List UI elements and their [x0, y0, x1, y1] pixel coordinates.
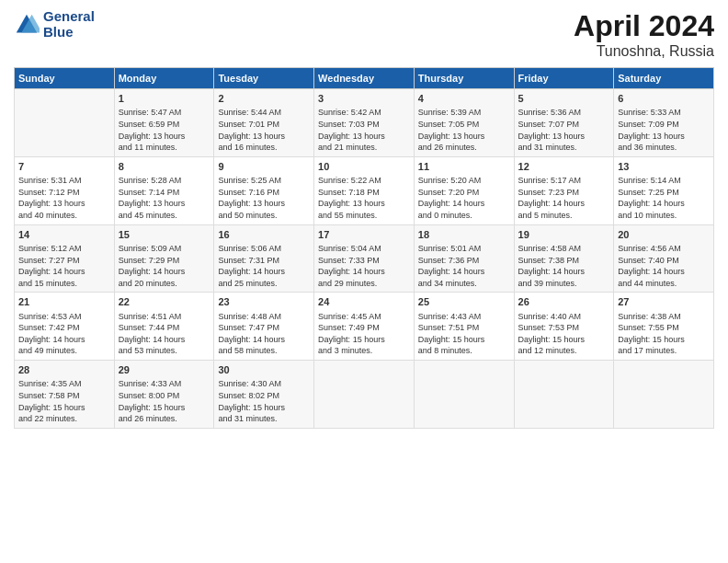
- logo-line2: Blue: [43, 25, 95, 40]
- calendar-cell: 5Sunrise: 5:36 AMSunset: 7:07 PMDaylight…: [514, 89, 614, 157]
- day-info-line: and 49 minutes.: [18, 345, 110, 357]
- calendar-cell: 2Sunrise: 5:44 AMSunset: 7:01 PMDaylight…: [214, 89, 314, 157]
- day-info-line: and 45 minutes.: [119, 210, 210, 222]
- day-info-line: Sunrise: 5:47 AM: [119, 107, 210, 119]
- day-info-line: and 50 minutes.: [218, 210, 310, 222]
- day-info-line: Sunset: 7:05 PM: [418, 119, 510, 131]
- day-number: 19: [518, 228, 610, 242]
- day-number: 18: [418, 228, 510, 242]
- day-info-line: and 11 minutes.: [119, 142, 210, 154]
- day-info-line: Sunrise: 4:38 AM: [618, 311, 710, 323]
- day-info-line: Sunrise: 5:39 AM: [418, 107, 510, 119]
- calendar-cell: 14Sunrise: 5:12 AMSunset: 7:27 PMDayligh…: [15, 224, 115, 293]
- day-info-line: and 31 minutes.: [218, 413, 310, 425]
- calendar-cell: 11Sunrise: 5:20 AMSunset: 7:20 PMDayligh…: [414, 156, 514, 224]
- day-info-line: Daylight: 13 hours: [218, 131, 310, 143]
- day-info-line: Sunset: 7:49 PM: [318, 322, 410, 334]
- day-info-line: Sunrise: 5:36 AM: [518, 107, 610, 119]
- day-info-line: Sunrise: 4:48 AM: [218, 311, 310, 323]
- calendar-cell: 13Sunrise: 5:14 AMSunset: 7:25 PMDayligh…: [614, 156, 714, 224]
- day-info-line: Daylight: 14 hours: [618, 266, 710, 278]
- day-info-line: and 29 minutes.: [318, 278, 410, 290]
- calendar-cell: [314, 361, 415, 429]
- column-header-friday: Friday: [514, 68, 614, 89]
- day-info-line: Sunrise: 5:20 AM: [418, 175, 510, 187]
- day-info-line: and 31 minutes.: [518, 142, 610, 154]
- day-info-line: Daylight: 14 hours: [418, 198, 510, 210]
- day-info-line: Daylight: 13 hours: [418, 131, 510, 143]
- day-info-line: Sunrise: 4:53 AM: [18, 311, 110, 323]
- day-info-line: Daylight: 13 hours: [119, 198, 210, 210]
- day-info-line: Daylight: 14 hours: [618, 198, 710, 210]
- day-info-line: Sunrise: 4:56 AM: [618, 243, 710, 255]
- day-info-line: and 55 minutes.: [318, 210, 410, 222]
- day-info-line: Daylight: 14 hours: [119, 266, 210, 278]
- column-headers: SundayMondayTuesdayWednesdayThursdayFrid…: [15, 68, 714, 89]
- day-info-line: Sunrise: 5:09 AM: [119, 243, 210, 255]
- day-info-line: Daylight: 15 hours: [18, 402, 110, 414]
- day-info-line: Daylight: 14 hours: [318, 266, 410, 278]
- day-info-line: and 40 minutes.: [18, 210, 110, 222]
- day-info-line: Sunrise: 5:33 AM: [618, 107, 710, 119]
- day-info-line: Daylight: 15 hours: [418, 334, 510, 346]
- day-info-line: Sunrise: 4:51 AM: [119, 311, 210, 323]
- day-info-line: Sunrise: 4:30 AM: [218, 378, 310, 390]
- day-number: 25: [418, 295, 510, 309]
- day-info-line: Sunset: 7:01 PM: [218, 119, 310, 131]
- day-info-line: and 5 minutes.: [518, 210, 610, 222]
- day-info-line: Sunset: 8:00 PM: [119, 390, 210, 402]
- day-info-line: Sunrise: 5:14 AM: [618, 175, 710, 187]
- logo: General Blue: [14, 9, 95, 40]
- day-info-line: and 10 minutes.: [618, 210, 710, 222]
- day-info-line: Daylight: 15 hours: [618, 334, 710, 346]
- day-info-line: Sunrise: 5:42 AM: [318, 107, 410, 119]
- day-info-line: Sunset: 7:55 PM: [618, 322, 710, 334]
- day-info-line: Sunset: 7:31 PM: [218, 255, 310, 267]
- column-header-monday: Monday: [114, 68, 214, 89]
- day-info-line: and 36 minutes.: [618, 142, 710, 154]
- day-info-line: Daylight: 14 hours: [518, 198, 610, 210]
- day-info-line: and 21 minutes.: [318, 142, 410, 154]
- day-number: 9: [218, 160, 310, 174]
- day-number: 26: [518, 295, 610, 309]
- header: General Blue April 2024 Tunoshna, Russia: [14, 9, 714, 60]
- column-header-saturday: Saturday: [614, 68, 714, 89]
- day-info-line: Daylight: 13 hours: [318, 131, 410, 143]
- day-info-line: and 25 minutes.: [218, 278, 310, 290]
- day-number: 4: [418, 92, 510, 106]
- day-info-line: Daylight: 14 hours: [119, 334, 210, 346]
- day-info-line: Daylight: 15 hours: [518, 334, 610, 346]
- day-info-line: and 53 minutes.: [119, 345, 210, 357]
- calendar-cell: 1Sunrise: 5:47 AMSunset: 6:59 PMDaylight…: [114, 89, 214, 157]
- calendar-cell: 19Sunrise: 4:58 AMSunset: 7:38 PMDayligh…: [514, 224, 614, 293]
- day-number: 11: [418, 160, 510, 174]
- day-number: 10: [318, 160, 410, 174]
- day-number: 24: [318, 295, 410, 309]
- day-number: 16: [218, 228, 310, 242]
- day-info-line: Sunset: 7:07 PM: [518, 119, 610, 131]
- logo-icon: [14, 12, 40, 38]
- week-row-2: 7Sunrise: 5:31 AMSunset: 7:12 PMDaylight…: [15, 156, 714, 224]
- calendar-cell: 12Sunrise: 5:17 AMSunset: 7:23 PMDayligh…: [514, 156, 614, 224]
- day-number: 8: [119, 160, 210, 174]
- calendar-cell: 20Sunrise: 4:56 AMSunset: 7:40 PMDayligh…: [614, 224, 714, 293]
- day-number: 3: [318, 92, 410, 106]
- week-row-4: 21Sunrise: 4:53 AMSunset: 7:42 PMDayligh…: [15, 293, 714, 361]
- day-info-line: and 0 minutes.: [418, 210, 510, 222]
- day-number: 23: [218, 295, 310, 309]
- calendar-cell: [514, 361, 614, 429]
- day-info-line: Sunrise: 4:33 AM: [119, 378, 210, 390]
- day-info-line: and 22 minutes.: [18, 413, 110, 425]
- day-info-line: and 16 minutes.: [218, 142, 310, 154]
- day-info-line: Sunset: 7:29 PM: [119, 255, 210, 267]
- day-info-line: Sunrise: 5:17 AM: [518, 175, 610, 187]
- day-info-line: Sunrise: 5:22 AM: [318, 175, 410, 187]
- day-info-line: Sunrise: 5:44 AM: [218, 107, 310, 119]
- day-number: 21: [18, 295, 110, 309]
- day-info-line: Sunset: 7:12 PM: [18, 187, 110, 199]
- day-info-line: and 15 minutes.: [18, 278, 110, 290]
- day-info-line: and 26 minutes.: [119, 413, 210, 425]
- day-info-line: Sunset: 7:38 PM: [518, 255, 610, 267]
- calendar-cell: [614, 361, 714, 429]
- title-block: April 2024 Tunoshna, Russia: [574, 9, 714, 60]
